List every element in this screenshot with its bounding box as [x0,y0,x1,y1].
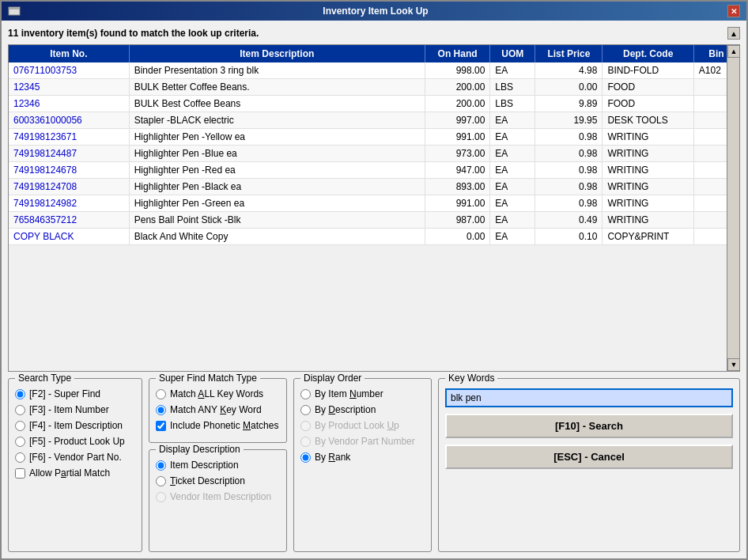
by-rank-label: By Rank [315,452,350,463]
results-table-container: Item No. Item Description On Hand UOM Li… [8,44,740,372]
table-row[interactable]: 749198124982 Highlighter Pen -Green ea 9… [9,195,739,212]
table-scroll-area[interactable]: Item No. Item Description On Hand UOM Li… [9,45,739,371]
cell-item-no[interactable]: 765846357212 [9,212,129,229]
vertical-scrollbar[interactable]: ▲ ▼ [727,45,739,371]
search-f3-label: [F3] - Item Number [29,404,109,415]
cell-list-price: 0.00 [535,79,603,96]
table-row[interactable]: 749198124487 Highlighter Pen -Blue ea 97… [9,146,739,162]
cell-list-price: 9.89 [535,96,603,112]
scrollbar-up-btn[interactable]: ▲ [727,45,740,58]
search-f3-radio[interactable] [15,405,25,415]
by-desc-radio[interactable] [300,405,311,415]
by-desc-item: By Description [300,404,425,415]
cell-dept-code: WRITING [603,179,693,195]
cell-uom: EA [490,229,535,245]
search-f5-item: [F5] - Product Look Up [15,436,135,447]
item-desc-label: Item Description [170,460,239,471]
table-row[interactable]: 12346 BULK Best Coffee Beans 200.00 LBS … [9,96,739,112]
cell-list-price: 0.98 [535,179,603,195]
cell-item-no[interactable]: 076711003753 [9,62,129,79]
cell-item-no[interactable]: 749198124982 [9,195,129,212]
item-desc-item: Item Description [156,460,280,471]
search-f5-radio[interactable] [15,437,25,447]
cell-list-price: 0.98 [535,162,603,179]
scrollbar-thumb[interactable] [727,58,739,358]
search-f2-radio[interactable] [15,389,25,399]
keywords-input[interactable] [445,388,733,407]
cell-item-no[interactable]: 749198124708 [9,179,129,195]
ticket-desc-radio[interactable] [156,476,166,486]
cell-item-no[interactable]: 6003361000056 [9,112,129,129]
table-row[interactable]: 12345 BULK Better Coffee Beans. 200.00 L… [9,79,739,96]
search-f2-item: [F2] - Super Find [15,388,135,399]
cell-item-no[interactable]: 749198124678 [9,162,129,179]
cell-description: Highlighter Pen -Red ea [129,162,425,179]
cell-description: Highlighter Pen -Green ea [129,195,425,212]
search-type-group: Search Type [F2] - Super Find [F3] - Ite… [8,378,142,552]
display-order-label: Display Order [300,373,365,384]
cell-uom: LBS [490,96,535,112]
phonetic-checkbox[interactable] [156,421,166,431]
match-any-radio[interactable] [156,405,166,415]
cell-on-hand: 987.00 [425,212,489,229]
main-window: Inventory Item Look Up ✕ 11 inventory it… [0,0,748,560]
close-button[interactable]: ✕ [727,5,740,17]
cell-on-hand: 998.00 [425,62,489,79]
cell-list-price: 0.98 [535,146,603,162]
search-f6-radio[interactable] [15,452,25,463]
cell-uom: EA [490,146,535,162]
search-f4-radio[interactable] [15,421,25,431]
match-all-radio[interactable] [156,389,166,399]
table-row[interactable]: 6003361000056 Stapler -BLACK electric 99… [9,112,739,129]
cell-description: BULK Better Coffee Beans. [129,79,425,96]
cell-description: Pens Ball Point Stick -Blk [129,212,425,229]
cell-list-price: 4.98 [535,62,603,79]
col-header-uom: UOM [490,45,535,62]
col-header-description: Item Description [129,45,425,62]
search-f3-item: [F3] - Item Number [15,404,135,415]
by-item-num-radio[interactable] [300,389,311,399]
super-find-label: Super Find Match Type [156,373,260,384]
cell-item-no[interactable]: 749198123671 [9,129,129,146]
cancel-button[interactable]: [ESC] - Cancel [445,445,733,469]
cell-description: Highlighter Pen -Blue ea [129,146,425,162]
table-row[interactable]: 749198124678 Highlighter Pen -Red ea 947… [9,162,739,179]
cell-item-no[interactable]: COPY BLACK [9,229,129,245]
scroll-up-button[interactable]: ▲ [727,27,740,40]
allow-partial-match-label: Allow Partial Match [29,467,110,479]
cell-list-price: 19.95 [535,112,603,129]
item-desc-radio[interactable] [156,460,166,471]
keywords-group: Key Words [F10] - Search [ESC] - Cancel [438,378,740,552]
content-area: 11 inventory item(s) found to match the … [2,21,746,558]
by-rank-radio[interactable] [300,452,311,463]
table-row[interactable]: COPY BLACK Black And White Copy 0.00 EA … [9,229,739,245]
by-product-radio [300,421,311,431]
cell-item-no[interactable]: 12345 [9,79,129,96]
cell-on-hand: 200.00 [425,79,489,96]
search-button[interactable]: [F10] - Search [445,414,733,438]
cell-description: Binder Presentation 3 ring blk [129,62,425,79]
cell-on-hand: 973.00 [425,146,489,162]
col-header-list-price: List Price [535,45,603,62]
cell-dept-code: COPY&PRINT [603,229,693,245]
cell-dept-code: WRITING [603,195,693,212]
table-row[interactable]: 749198124708 Highlighter Pen -Black ea 8… [9,179,739,195]
cell-uom: EA [490,162,535,179]
search-type-label: Search Type [15,373,74,384]
cell-item-no[interactable]: 749198124487 [9,146,129,162]
by-product-item: By Product Look Up [300,420,425,431]
cell-on-hand: 947.00 [425,162,489,179]
table-row[interactable]: 765846357212 Pens Ball Point Stick -Blk … [9,212,739,229]
cell-dept-code: BIND-FOLD [603,62,693,79]
allow-partial-match-checkbox[interactable] [15,468,25,479]
table-row[interactable]: 749198123671 Highlighter Pen -Yellow ea … [9,129,739,146]
scrollbar-down-btn[interactable]: ▼ [727,358,740,371]
ticket-desc-item: Ticket Description [156,475,280,486]
display-desc-label: Display Description [156,444,244,455]
cell-item-no[interactable]: 12346 [9,96,129,112]
cell-dept-code: FOOD [603,79,693,96]
table-row[interactable]: 076711003753 Binder Presentation 3 ring … [9,62,739,79]
search-f5-label: [F5] - Product Look Up [29,436,125,447]
cell-on-hand: 991.00 [425,195,489,212]
cell-uom: EA [490,212,535,229]
